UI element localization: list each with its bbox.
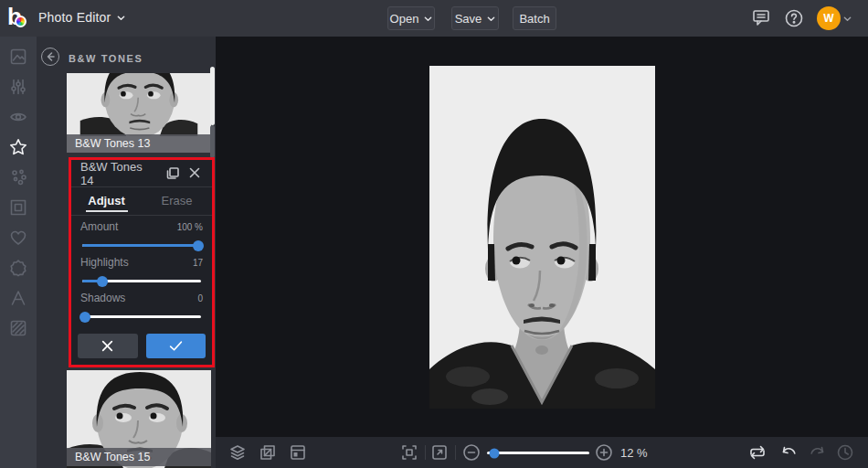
highlight-box: B&W Tones 14 Adjust Erase Amount xyxy=(69,157,215,367)
edit-image-icon[interactable] xyxy=(9,48,27,66)
top-bar: b Photo Editor Open Save Batch xyxy=(0,0,868,37)
confirm-button[interactable] xyxy=(146,334,206,358)
manage-panels-icon[interactable] xyxy=(289,443,307,462)
text-icon[interactable] xyxy=(9,289,27,307)
save-button[interactable]: Save xyxy=(451,6,499,30)
tab-adjust[interactable]: Adjust xyxy=(71,187,142,215)
app-title: Photo Editor xyxy=(38,10,111,25)
undo-icon[interactable] xyxy=(779,443,798,462)
shadows-slider-row: Shadows 0 xyxy=(80,292,203,318)
effect-thumbnail-15[interactable]: B&W Tones 15 xyxy=(67,370,211,468)
favorites-heart-icon[interactable] xyxy=(9,229,27,247)
slider-value: 17 xyxy=(193,258,203,268)
popup-title: B&W Tones 14 xyxy=(80,160,157,187)
layers-icon[interactable] xyxy=(228,443,247,462)
bottom-toolbar: 12 % xyxy=(216,437,868,468)
effects-star-icon[interactable] xyxy=(9,138,27,156)
canvas-area[interactable] xyxy=(216,37,868,437)
slider-label: Shadows xyxy=(80,292,125,304)
graphics-icon[interactable] xyxy=(9,259,27,277)
history-icon[interactable] xyxy=(836,443,854,462)
slider-value: 0 xyxy=(197,293,203,303)
compare-icon[interactable] xyxy=(748,443,767,462)
fit-screen-icon[interactable] xyxy=(400,443,418,462)
popup-sliders: Amount 100 % Highlights 17 xyxy=(71,216,212,329)
slider-label: Amount xyxy=(80,220,118,233)
highlights-slider-row: Highlights 17 xyxy=(80,256,203,282)
redo-icon[interactable] xyxy=(809,443,827,462)
popup-header: B&W Tones 14 xyxy=(71,160,212,187)
chevron-down-icon xyxy=(117,14,125,22)
tab-erase[interactable]: Erase xyxy=(142,187,212,215)
befunky-logo-icon[interactable]: b xyxy=(7,6,31,30)
thumbnail-label: B&W Tones 15 xyxy=(67,448,211,466)
slider-handle[interactable] xyxy=(193,240,204,251)
batch-button[interactable]: Batch xyxy=(513,6,556,30)
zoom-slider-handle[interactable] xyxy=(489,448,499,458)
transform-icon[interactable] xyxy=(259,443,277,462)
back-button[interactable] xyxy=(41,48,59,66)
slider-label: Highlights xyxy=(80,256,129,269)
open-button[interactable]: Open xyxy=(387,6,435,30)
shadows-slider[interactable] xyxy=(82,315,201,318)
slider-handle[interactable] xyxy=(79,312,90,323)
close-icon[interactable] xyxy=(188,166,203,181)
amount-slider[interactable] xyxy=(82,244,201,247)
app-title-menu[interactable]: Photo Editor xyxy=(38,10,125,25)
bw-tones-panel: B&W TONES B&W Tones 13 B&W Tones 14 xyxy=(37,37,216,468)
slider-value: 100 % xyxy=(177,222,203,232)
zoom-in-icon[interactable] xyxy=(595,443,613,462)
effect-thumbnail-13[interactable]: B&W Tones 13 xyxy=(67,73,211,153)
photo-editor-app: b Photo Editor Open Save Batch xyxy=(0,0,868,468)
panel-title: B&W TONES xyxy=(69,53,143,64)
slider-handle[interactable] xyxy=(97,276,108,287)
avatar[interactable]: W xyxy=(817,6,841,30)
popup-tabs: Adjust Erase xyxy=(71,187,212,216)
panel-scrollbar[interactable] xyxy=(210,67,215,125)
zoom-level: 12 % xyxy=(620,446,648,460)
chevron-down-icon xyxy=(487,15,495,23)
chat-icon[interactable] xyxy=(751,8,773,28)
artsy-dots-icon[interactable] xyxy=(9,168,27,186)
popup-actions xyxy=(71,329,212,358)
panel-scrollbar-track xyxy=(210,125,215,158)
touchup-eye-icon[interactable] xyxy=(9,108,27,126)
open-external-icon[interactable] xyxy=(430,443,449,462)
textures-icon[interactable] xyxy=(9,319,27,337)
photo-image[interactable] xyxy=(429,66,655,409)
chevron-down-icon[interactable] xyxy=(843,15,852,23)
cancel-button[interactable] xyxy=(78,334,138,358)
zoom-out-icon[interactable] xyxy=(462,443,481,462)
zoom-slider[interactable] xyxy=(487,452,589,454)
frames-icon[interactable] xyxy=(9,198,27,217)
amount-slider-row: Amount 100 % xyxy=(80,220,203,247)
highlights-slider[interactable] xyxy=(82,280,201,282)
help-icon[interactable] xyxy=(784,8,806,28)
duplicate-icon[interactable] xyxy=(165,166,180,181)
chevron-down-icon xyxy=(424,15,432,23)
thumbnail-label: B&W Tones 13 xyxy=(67,134,211,153)
tool-rail xyxy=(0,37,37,468)
adjust-sliders-icon[interactable] xyxy=(9,78,27,96)
effect-adjust-popup: B&W Tones 14 Adjust Erase Amount xyxy=(71,160,212,365)
panel-header: B&W TONES xyxy=(37,37,216,73)
